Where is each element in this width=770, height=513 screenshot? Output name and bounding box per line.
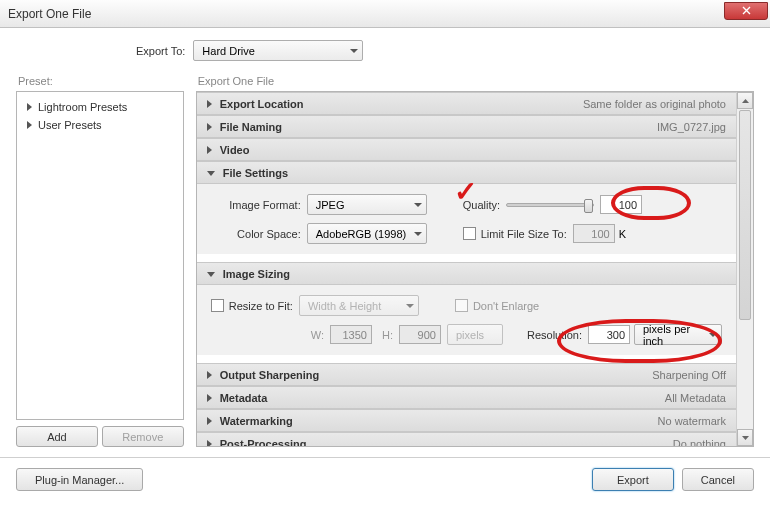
- right-header: Export One File: [196, 75, 754, 87]
- triangle-right-icon: [207, 146, 212, 154]
- quality-label: Quality:: [463, 199, 500, 211]
- plugin-manager-button[interactable]: Plug-in Manager...: [16, 468, 143, 491]
- color-space-label: Color Space:: [211, 228, 301, 240]
- close-button[interactable]: [724, 2, 768, 20]
- chevron-up-icon: [742, 99, 749, 103]
- preset-label: Preset:: [16, 75, 184, 87]
- resize-to-fit-checkbox[interactable]: [211, 299, 224, 312]
- triangle-right-icon: [207, 371, 212, 379]
- triangle-right-icon: [207, 123, 212, 131]
- file-naming-summary: IMG_0727.jpg: [657, 121, 726, 133]
- chevron-down-icon: [406, 304, 414, 308]
- section-image-sizing[interactable]: Image Sizing: [197, 262, 736, 285]
- limit-file-size-unit: K: [619, 228, 626, 240]
- quality-slider[interactable]: [506, 203, 594, 207]
- width-input[interactable]: [330, 325, 372, 344]
- window-title: Export One File: [8, 7, 724, 21]
- add-button[interactable]: Add: [16, 426, 98, 447]
- scroll-down-button[interactable]: [737, 429, 753, 446]
- image-format-label: Image Format:: [211, 199, 301, 211]
- quality-input[interactable]: [600, 195, 642, 214]
- width-label: W:: [311, 329, 324, 341]
- section-file-settings[interactable]: File Settings: [197, 161, 736, 184]
- image-sizing-body: Resize to Fit: Width & Height Don't Enla…: [197, 285, 736, 355]
- resolution-unit-combo[interactable]: pixels per inch: [634, 324, 722, 345]
- resize-to-fit-label: Resize to Fit:: [229, 300, 293, 312]
- preset-item-lightroom[interactable]: Lightroom Presets: [21, 98, 179, 116]
- preset-list[interactable]: Lightroom Presets User Presets: [16, 91, 184, 420]
- titlebar: Export One File: [0, 0, 770, 28]
- footer: Plug-in Manager... Export Cancel: [0, 457, 770, 501]
- triangle-down-icon: [207, 171, 215, 176]
- section-file-naming[interactable]: File Naming IMG_0727.jpg: [197, 115, 736, 138]
- triangle-down-icon: [207, 272, 215, 277]
- triangle-right-icon: [207, 417, 212, 425]
- triangle-right-icon: [27, 103, 32, 111]
- dont-enlarge-checkbox[interactable]: [455, 299, 468, 312]
- triangle-right-icon: [207, 440, 212, 447]
- remove-button[interactable]: Remove: [102, 426, 184, 447]
- close-icon: [742, 6, 751, 15]
- chevron-down-icon: [709, 333, 717, 337]
- dont-enlarge-label: Don't Enlarge: [473, 300, 539, 312]
- export-to-value: Hard Drive: [202, 45, 255, 57]
- limit-file-size-input[interactable]: [573, 224, 615, 243]
- color-space-combo[interactable]: AdobeRGB (1998): [307, 223, 427, 244]
- chevron-down-icon: [350, 49, 358, 53]
- section-post-processing[interactable]: Post-Processing Do nothing: [197, 432, 736, 446]
- export-location-summary: Same folder as original photo: [583, 98, 726, 110]
- triangle-right-icon: [207, 394, 212, 402]
- chevron-down-icon: [742, 436, 749, 440]
- export-button[interactable]: Export: [592, 468, 674, 491]
- chevron-down-icon: [414, 203, 422, 207]
- scroll-up-button[interactable]: [737, 92, 753, 109]
- export-to-combo[interactable]: Hard Drive: [193, 40, 363, 61]
- section-export-location[interactable]: Export Location Same folder as original …: [197, 92, 736, 115]
- scrollbar-thumb[interactable]: [739, 110, 751, 320]
- section-output-sharpening[interactable]: Output Sharpening Sharpening Off: [197, 363, 736, 386]
- section-video[interactable]: Video: [197, 138, 736, 161]
- chevron-down-icon: [414, 232, 422, 236]
- settings-panel: Export Location Same folder as original …: [196, 91, 754, 447]
- slider-thumb[interactable]: [584, 199, 593, 213]
- triangle-right-icon: [27, 121, 32, 129]
- file-settings-body: Image Format: JPEG Quality: Color Spac: [197, 184, 736, 254]
- preset-item-user[interactable]: User Presets: [21, 116, 179, 134]
- triangle-right-icon: [207, 100, 212, 108]
- image-format-combo[interactable]: JPEG: [307, 194, 427, 215]
- scrollbar[interactable]: [736, 92, 753, 446]
- export-to-label: Export To:: [136, 45, 185, 57]
- resolution-input[interactable]: [588, 325, 630, 344]
- size-unit-combo[interactable]: pixels: [447, 324, 503, 345]
- section-watermarking[interactable]: Watermarking No watermark: [197, 409, 736, 432]
- height-label: H:: [382, 329, 393, 341]
- section-metadata[interactable]: Metadata All Metadata: [197, 386, 736, 409]
- height-input[interactable]: [399, 325, 441, 344]
- resize-mode-combo[interactable]: Width & Height: [299, 295, 419, 316]
- resolution-label: Resolution:: [527, 329, 582, 341]
- limit-file-size-label: Limit File Size To:: [481, 228, 567, 240]
- cancel-button[interactable]: Cancel: [682, 468, 754, 491]
- limit-file-size-checkbox[interactable]: [463, 227, 476, 240]
